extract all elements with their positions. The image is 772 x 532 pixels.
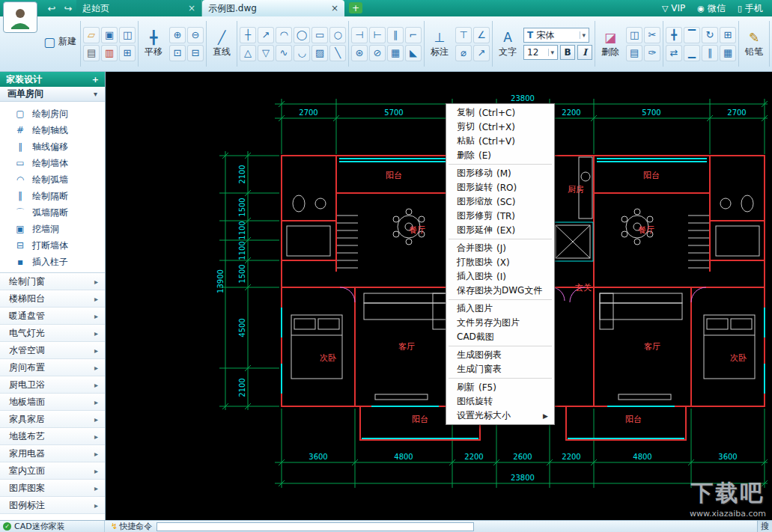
text-tool-button[interactable]: A文字 [495, 30, 520, 58]
sidebar-section-stairs-balcony[interactable]: 楼梯阳台▸ [0, 290, 105, 308]
align-top-icon[interactable]: ▔ [684, 27, 700, 43]
align-bottom-icon[interactable]: ▁ [684, 45, 700, 61]
menu-item-cursor-size[interactable]: 设置光标大小▶ [446, 409, 554, 423]
menu-item-refresh[interactable]: 刷新(F5) [446, 380, 554, 394]
rectangle-icon[interactable]: ▭ [311, 27, 328, 43]
chamfer-icon[interactable]: ◣ [405, 45, 422, 61]
menu-item-move-shape[interactable]: 图形移动(M) [446, 166, 554, 180]
menu-item-generate-door-window-table[interactable]: 生成门窗表 [446, 362, 554, 376]
sidebar-section-gallery-patterns[interactable]: 图库图案▸ [0, 480, 105, 497]
titlebar-wechat-button[interactable]: ◉微信 [697, 2, 726, 15]
angular-dim-icon[interactable]: ∠ [473, 27, 490, 43]
sidebar-tool-break-wall[interactable]: ⊟打断墙体 [0, 237, 105, 254]
region-icon[interactable]: ▦ [387, 45, 404, 61]
font-size-select[interactable]: 12▾ [523, 45, 558, 60]
array-icon[interactable]: ⊞ [720, 27, 736, 43]
cut-icon[interactable]: ✂ [644, 27, 660, 43]
wedge-icon[interactable]: ▽ [258, 45, 274, 61]
trim-icon[interactable]: ⊣ [351, 27, 368, 43]
sidebar-section-legend-annotation[interactable]: 图例标注▸ [0, 497, 105, 514]
sidebar-section-floor-wall[interactable]: 地板墙面▸ [0, 394, 105, 411]
menu-item-save-file-as-image[interactable]: 文件另存为图片 [446, 316, 554, 330]
sidebar-section-plumbing-ac[interactable]: 水管空调▸ [0, 342, 105, 359]
sidebar-section-electric-lighting[interactable]: 电气灯光▸ [0, 325, 105, 342]
zoom-window-icon[interactable]: ⊟ [187, 45, 204, 61]
zoom-extents-icon[interactable]: ⊡ [169, 45, 186, 61]
arc-icon[interactable]: ◠ [276, 27, 292, 43]
sidebar-tool-arc-partition[interactable]: ⌒弧墙隔断 [0, 204, 105, 221]
pin-icon[interactable]: + [92, 75, 99, 85]
sidebar-tool-draw-partition[interactable]: ‖绘制隔断 [0, 188, 105, 204]
menu-item-explode-block[interactable]: 打散图块(X) [446, 255, 554, 269]
tab-start-page[interactable]: 起始页× [76, 0, 202, 16]
sidebar-tool-axis-offset[interactable]: ∥轴线偏移 [0, 138, 105, 155]
new-tab-button[interactable]: + [349, 2, 362, 13]
menu-item-rotate-drawing[interactable]: 图纸旋转 [446, 394, 554, 409]
menu-item-save-block-dwg[interactable]: 保存图块为DWG文件 [446, 284, 554, 298]
menu-item-generate-legend-table[interactable]: 生成图例表 [446, 348, 554, 362]
polyline-icon[interactable]: ↗ [258, 27, 274, 43]
sidebar-tool-draw-room[interactable]: ▢绘制房间 [0, 106, 105, 122]
save-icon[interactable]: ▣ [101, 27, 118, 43]
sidebar-section-draw-doors-windows[interactable]: 绘制门窗▸ [0, 273, 105, 290]
pdf-export-icon[interactable]: ▥ [101, 45, 118, 61]
rotate-icon[interactable]: ↻ [702, 27, 718, 43]
menu-item-join-block[interactable]: 合并图块(J) [446, 241, 554, 255]
extend-icon[interactable]: ⊢ [369, 27, 386, 43]
sidebar-tool-draw-axis[interactable]: #绘制轴线 [0, 122, 105, 138]
fillet-icon[interactable]: ⌐ [405, 27, 422, 43]
copy-icon[interactable]: ◫ [626, 27, 642, 43]
new-file-button[interactable]: ▢新建 [42, 34, 78, 49]
forward-button[interactable]: ↪ [60, 0, 76, 16]
sidebar-section-room-layout[interactable]: 房间布置▸ [0, 359, 105, 376]
break-icon[interactable]: ⊘ [369, 45, 386, 61]
search-button[interactable]: 搜 [757, 521, 772, 532]
linear-dim-icon[interactable]: ⊤ [455, 27, 472, 43]
user-avatar-button[interactable] [3, 1, 37, 33]
offset-icon[interactable]: ∥ [387, 27, 404, 43]
menu-item-delete[interactable]: 删除(E) [446, 148, 554, 162]
open-icon[interactable]: ▱ [83, 27, 100, 43]
pencil-tool-button[interactable]: ✎铅笔 [741, 30, 767, 58]
print-icon[interactable]: ▤ [83, 45, 100, 61]
bold-button[interactable]: B [560, 45, 575, 60]
menu-item-trim-shape[interactable]: 图形修剪(TR) [446, 209, 554, 223]
swap-icon[interactable]: ⇄ [666, 45, 682, 61]
sidebar-tool-insert-column[interactable]: ▪插入柱子 [0, 254, 105, 270]
command-input[interactable] [156, 522, 474, 531]
circle-icon[interactable]: ◯ [294, 27, 310, 43]
zoom-in-icon[interactable]: ⊕ [169, 27, 186, 43]
menu-item-cut[interactable]: 剪切(Ctrl+X) [446, 120, 554, 134]
sidebar-tool-dig-wall-hole[interactable]: ▣挖墙洞 [0, 221, 105, 237]
tab-example-dwg[interactable]: 示例图.dwg× [202, 0, 344, 16]
menu-item-paste[interactable]: 粘贴(Ctrl+V) [446, 134, 554, 148]
move-icon[interactable]: ╋ [666, 27, 682, 43]
diameter-dim-icon[interactable]: ⌀ [455, 45, 472, 61]
sidebar-section-hvac-coil[interactable]: 暖通盘管▸ [0, 308, 105, 325]
spline-icon[interactable]: ∿ [276, 45, 292, 61]
erase-tool-button[interactable]: ◪删除 [598, 30, 623, 58]
menu-item-insert-image[interactable]: 插入图片 [446, 302, 554, 316]
arc-chord-icon[interactable]: ◡ [294, 45, 310, 61]
menu-item-extend-shape[interactable]: 图形延伸(EX) [446, 223, 554, 237]
sidebar-section-interior-elevation[interactable]: 室内立面▸ [0, 462, 105, 480]
zoom-out-icon[interactable]: ⊖ [187, 27, 204, 43]
format-brush-icon[interactable]: ✑ [644, 45, 660, 61]
menu-item-copy[interactable]: 复制(Ctrl+C) [446, 106, 554, 120]
back-button[interactable]: ↩ [43, 0, 60, 16]
ellipse-icon[interactable]: ○ [329, 27, 346, 43]
sidebar-section-kitchen-bath[interactable]: 厨电卫浴▸ [0, 376, 105, 394]
menu-item-rotate-shape[interactable]: 图形旋转(RO) [446, 180, 554, 195]
mirror-icon[interactable]: ∥ [702, 45, 718, 61]
sidebar-section-carpet-fabric[interactable]: 地毯布艺▸ [0, 428, 105, 445]
pan-tool-button[interactable]: ╋平移 [141, 30, 166, 58]
paste-icon[interactable]: ▤ [626, 45, 642, 61]
tab-close-icon[interactable]: × [331, 3, 338, 13]
titlebar-vip-button[interactable]: ▽VIP [662, 3, 685, 13]
font-family-select[interactable]: T宋体▾ [523, 28, 589, 43]
layout-icon[interactable]: ⊞ [119, 45, 136, 61]
gear-icon[interactable]: ⊛ [351, 45, 368, 61]
tab-close-icon[interactable]: × [188, 3, 195, 13]
dimension-tool-button[interactable]: ⊥标注 [427, 30, 452, 58]
polygon-icon[interactable]: △ [240, 45, 256, 61]
